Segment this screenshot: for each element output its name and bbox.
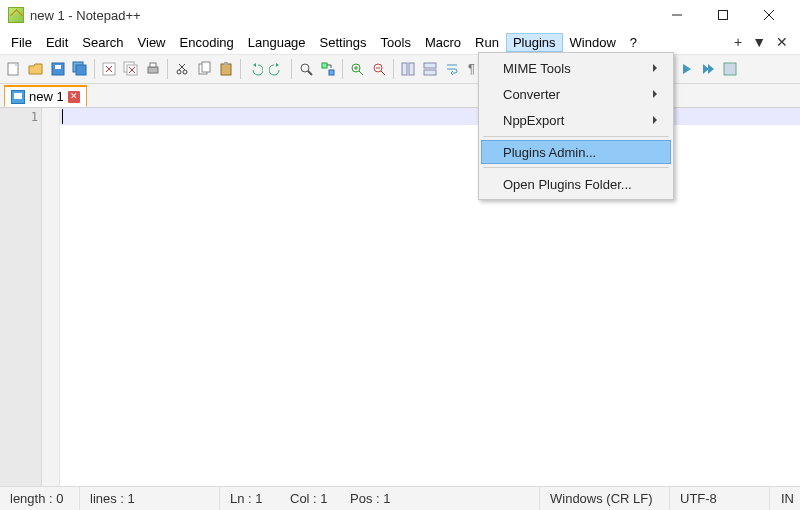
status-col: Col : 1 — [280, 487, 340, 510]
svg-rect-17 — [150, 63, 156, 67]
menu-bar: File Edit Search View Encoding Language … — [0, 30, 800, 54]
status-lines: lines : 1 — [80, 487, 220, 510]
svg-line-27 — [308, 71, 312, 75]
menu-item-mime-tools[interactable]: MIME Tools — [481, 55, 671, 81]
maximize-button[interactable] — [700, 0, 746, 30]
save-icon[interactable] — [48, 59, 68, 79]
menubar-right: + ▼ ✕ — [734, 34, 796, 50]
svg-rect-40 — [424, 70, 436, 75]
menu-tools[interactable]: Tools — [374, 33, 418, 52]
line-number: 1 — [0, 108, 38, 124]
svg-rect-25 — [224, 62, 228, 65]
title-bar: new 1 - Notepad++ — [0, 0, 800, 30]
tab-bar: new 1 ✕ — [0, 84, 800, 108]
wrap-icon[interactable] — [442, 59, 462, 79]
sync-h-icon[interactable] — [420, 59, 440, 79]
status-eol[interactable]: Windows (CR LF) — [540, 487, 670, 510]
svg-rect-16 — [148, 67, 158, 73]
save-all-icon[interactable] — [70, 59, 90, 79]
svg-rect-23 — [202, 62, 210, 72]
save-macro-icon[interactable] — [720, 59, 740, 79]
menu-file[interactable]: File — [4, 33, 39, 52]
window-controls — [654, 0, 792, 30]
app-icon — [8, 7, 24, 23]
svg-rect-1 — [719, 11, 728, 20]
toolbar-separator — [240, 59, 241, 79]
print-icon[interactable] — [143, 59, 163, 79]
svg-line-33 — [359, 71, 363, 75]
menu-separator — [483, 167, 669, 168]
menu-view[interactable]: View — [131, 33, 173, 52]
zoom-in-icon[interactable] — [347, 59, 367, 79]
menu-item-label: Plugins Admin... — [503, 145, 596, 160]
close-file-icon[interactable] — [99, 59, 119, 79]
find-icon[interactable] — [296, 59, 316, 79]
close-panel-icon[interactable]: ✕ — [776, 34, 788, 50]
menu-language[interactable]: Language — [241, 33, 313, 52]
open-file-icon[interactable] — [26, 59, 46, 79]
menu-separator — [483, 136, 669, 137]
new-tab-plus-icon[interactable]: + — [734, 34, 742, 50]
menu-run[interactable]: Run — [468, 33, 506, 52]
sync-v-icon[interactable] — [398, 59, 418, 79]
status-insert-mode[interactable]: IN — [770, 487, 800, 510]
undo-icon[interactable] — [245, 59, 265, 79]
svg-point-26 — [301, 64, 309, 72]
menu-item-converter[interactable]: Converter — [481, 81, 671, 107]
svg-text:¶: ¶ — [468, 61, 475, 76]
paste-icon[interactable] — [216, 59, 236, 79]
svg-point-19 — [183, 70, 187, 74]
minimize-button[interactable] — [654, 0, 700, 30]
editor-area[interactable]: 1 — [0, 108, 800, 498]
status-length: length : 0 — [0, 487, 80, 510]
text-caret — [62, 109, 63, 124]
menu-settings[interactable]: Settings — [313, 33, 374, 52]
document-tab[interactable]: new 1 ✕ — [4, 85, 87, 107]
menu-macro[interactable]: Macro — [418, 33, 468, 52]
play-macro-icon[interactable] — [676, 59, 696, 79]
tab-save-icon — [11, 90, 25, 104]
menu-encoding[interactable]: Encoding — [173, 33, 241, 52]
status-bar: length : 0 lines : 1 Ln : 1 Col : 1 Pos … — [0, 486, 800, 510]
svg-rect-29 — [329, 70, 334, 75]
toolbar-separator — [342, 59, 343, 79]
window-title: new 1 - Notepad++ — [30, 8, 654, 23]
menu-help[interactable]: ? — [623, 33, 644, 52]
svg-line-36 — [381, 71, 385, 75]
status-pos: Pos : 1 — [340, 487, 540, 510]
play-multi-icon[interactable] — [698, 59, 718, 79]
close-all-icon[interactable] — [121, 59, 141, 79]
replace-icon[interactable] — [318, 59, 338, 79]
menu-item-label: Open Plugins Folder... — [503, 177, 632, 192]
menu-search[interactable]: Search — [75, 33, 130, 52]
status-encoding[interactable]: UTF-8 — [670, 487, 770, 510]
redo-icon[interactable] — [267, 59, 287, 79]
menu-plugins[interactable]: Plugins — [506, 33, 563, 52]
menu-item-nppexport[interactable]: NppExport — [481, 107, 671, 133]
svg-rect-28 — [322, 63, 327, 68]
toolbar-separator — [167, 59, 168, 79]
menu-window[interactable]: Window — [563, 33, 623, 52]
tab-label: new 1 — [29, 89, 64, 104]
menu-item-plugins-admin[interactable]: Plugins Admin... — [481, 140, 671, 164]
cut-icon[interactable] — [172, 59, 192, 79]
svg-rect-6 — [55, 65, 61, 69]
menu-edit[interactable]: Edit — [39, 33, 75, 52]
toolbar: ¶ {f} — [0, 54, 800, 84]
toolbar-separator — [94, 59, 95, 79]
menu-item-open-plugins-folder[interactable]: Open Plugins Folder... — [481, 171, 671, 197]
menu-item-label: NppExport — [503, 113, 564, 128]
menu-item-label: Converter — [503, 87, 560, 102]
new-file-icon[interactable] — [4, 59, 24, 79]
svg-rect-37 — [402, 63, 407, 75]
dropdown-triangle-icon[interactable]: ▼ — [752, 34, 766, 50]
copy-icon[interactable] — [194, 59, 214, 79]
svg-rect-56 — [724, 63, 736, 75]
line-number-gutter: 1 — [0, 108, 42, 498]
zoom-out-icon[interactable] — [369, 59, 389, 79]
menu-item-label: MIME Tools — [503, 61, 571, 76]
svg-rect-39 — [424, 63, 436, 68]
fold-margin — [42, 108, 60, 498]
close-window-button[interactable] — [746, 0, 792, 30]
tab-close-icon[interactable]: ✕ — [68, 91, 80, 103]
